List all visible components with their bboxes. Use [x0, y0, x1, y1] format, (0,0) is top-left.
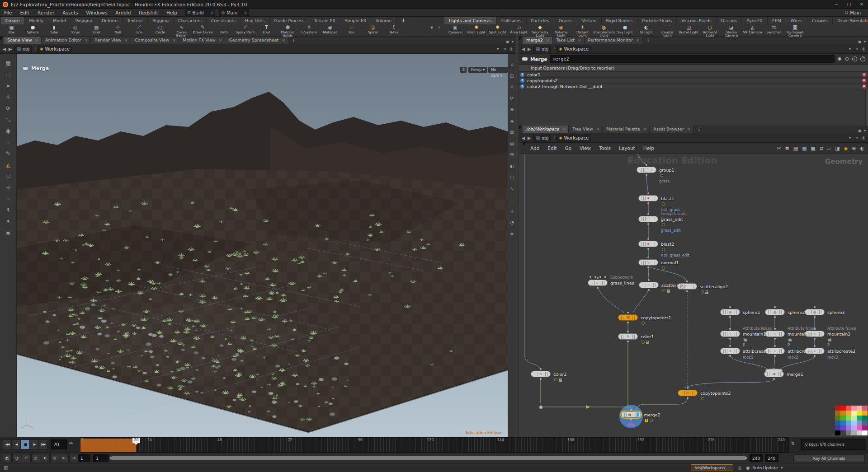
shelf-tool-box[interactable]: ▣Box	[1, 24, 22, 37]
pane-menu-icon[interactable]: ▾	[512, 40, 514, 44]
disp-badge-icon[interactable]	[642, 341, 645, 344]
tab-material-palette[interactable]: Material Palette×	[603, 126, 650, 133]
palette-swatch[interactable]	[846, 421, 851, 425]
range-start-field[interactable]: 1	[78, 454, 90, 462]
new-tab-button[interactable]: +	[693, 126, 704, 133]
new-tab-button[interactable]: +	[288, 37, 299, 44]
grid-snap-on-icon[interactable]: ▦	[802, 145, 807, 151]
network-dot[interactable]	[539, 405, 543, 409]
palette-swatch[interactable]	[851, 406, 857, 411]
shelf-tab-oceans[interactable]: Oceans	[717, 17, 742, 24]
tab-geometry-spreadsheet[interactable]: Geometry Spreadsheet×	[225, 37, 288, 44]
frame-range-slider[interactable]	[111, 456, 746, 460]
menu-windows[interactable]: Windows	[82, 9, 111, 17]
network-menu-edit[interactable]: Edit	[543, 145, 561, 151]
maximize-pane-icon[interactable]: ◼	[506, 40, 509, 44]
shelf-tab-collisions[interactable]: Collisions	[497, 17, 527, 24]
shelf-tool-helix[interactable]: ξHelix	[383, 24, 405, 37]
disp-badge-icon[interactable]	[642, 322, 645, 325]
info-tool-icon[interactable]: ▣	[5, 228, 10, 239]
palette-swatch[interactable]	[851, 430, 857, 435]
shelf-tab-deform[interactable]: Deform	[97, 17, 123, 24]
playback-start-field[interactable]: 1	[93, 454, 108, 462]
scrollbar[interactable]	[865, 89, 868, 126]
shelf-tool-switcher[interactable]: ⇆Switcher	[763, 24, 784, 37]
shelf-tool-sky-light[interactable]: ●Sky Light	[614, 24, 636, 37]
close-tab-icon[interactable]: ×	[596, 126, 600, 133]
close-button[interactable]: ✕	[855, 0, 868, 9]
palette-swatch[interactable]	[846, 425, 851, 430]
shelf-tool-curve-bezier[interactable]: ∿Curve Bezier	[171, 24, 192, 37]
forward-arrow-icon[interactable]: ▶	[528, 136, 531, 140]
close-tab-icon[interactable]: ×	[35, 37, 39, 44]
shelf-tab-vellum[interactable]: Vellum	[577, 17, 601, 24]
menu-file[interactable]: File	[0, 9, 16, 17]
close-tab-icon[interactable]: ×	[219, 37, 222, 44]
breadcrumb-node[interactable]: ◆ Workspace	[557, 135, 592, 141]
disp-badge-icon[interactable]	[701, 290, 704, 294]
close-tab-icon[interactable]: ×	[546, 37, 550, 44]
shelf-tab-drive-simulation[interactable]: Drive Simulation	[833, 17, 868, 24]
palette-swatch[interactable]	[857, 406, 862, 411]
status-history-icon[interactable]: ▥	[4, 465, 8, 471]
palette-swatch[interactable]	[857, 416, 862, 421]
gear-icon[interactable]: ✱	[838, 56, 842, 62]
close-tab-icon[interactable]: ×	[636, 37, 640, 44]
wire-snip-icon[interactable]: ✂	[777, 145, 781, 151]
palette-swatch[interactable]	[846, 406, 851, 411]
network-notes-icon[interactable]: ▱	[827, 145, 831, 151]
tab-tree-view[interactable]: Tree View×	[569, 126, 603, 133]
link-target-icon[interactable]: ◎	[509, 47, 513, 51]
palette-swatch[interactable]	[846, 430, 851, 435]
menu-redshift[interactable]: Redshift	[135, 9, 162, 17]
scene-viewport[interactable]: Merge ⚿ Persp ▾ No cam ▾ Education Editi…	[17, 54, 508, 437]
shelf-tool-l-system[interactable]: ⋔L-System	[298, 24, 320, 37]
tab-asset-browser[interactable]: Asset Browser×	[650, 126, 693, 133]
frame-view-icon[interactable]: ◱	[510, 71, 514, 83]
pane-split-handle[interactable]	[519, 37, 523, 40]
path-dropdown-icon[interactable]: ▾	[849, 136, 851, 140]
shelf-tool-null[interactable]: ✛Null	[107, 24, 128, 37]
delete-input-icon[interactable]: ✕	[862, 73, 866, 77]
shelf-tab-add[interactable]: +	[396, 17, 410, 24]
node-body-blast1[interactable]: ✷	[638, 195, 658, 201]
palette-swatch[interactable]	[862, 425, 868, 430]
shelf-tab-simple-fx[interactable]: Simple FX	[340, 17, 371, 24]
close-tab-icon[interactable]: ×	[562, 126, 566, 133]
shelf-tool-environment-light[interactable]: ◍Environment Light	[593, 24, 614, 37]
rotate-tool-icon[interactable]: ⟳	[6, 103, 10, 115]
node-body-grass_edit[interactable]: ◯	[638, 216, 658, 222]
palette-swatch[interactable]	[851, 411, 857, 416]
shelf-tool-caustic-light[interactable]: ⌒Caustic Light	[657, 24, 678, 37]
pin-pane-icon[interactable]: ⇥	[855, 136, 859, 140]
prev-key-button[interactable]: ⇤	[60, 454, 69, 462]
display-handles-icon[interactable]: ✛	[510, 207, 514, 218]
zoom-view-icon[interactable]: ⊕	[510, 105, 514, 117]
disp-badge-icon[interactable]	[662, 223, 665, 226]
shelf-tool-path[interactable]: ⌒Path	[213, 24, 235, 37]
palette-swatch[interactable]	[840, 411, 846, 416]
palette-swatch[interactable]	[862, 430, 868, 435]
node-body-copytopoints2[interactable]: ⊞	[678, 390, 698, 396]
pan-view-icon[interactable]: ✥	[510, 83, 514, 94]
close-tab-icon[interactable]: ×	[643, 126, 647, 133]
desktop-selector-main[interactable]: ◎ Main ⇅	[219, 9, 249, 16]
palette-swatch[interactable]	[835, 430, 840, 435]
disp-badge-icon[interactable]	[554, 378, 557, 381]
node-body-sphere2[interactable]: ●	[765, 309, 785, 315]
shelf-tool-area-light[interactable]: ▭Area Light	[508, 24, 529, 37]
palette-swatch[interactable]	[857, 430, 862, 435]
shelf-tab-particles[interactable]: Particles	[527, 17, 554, 24]
network-menu-add[interactable]: Add	[526, 145, 543, 151]
shelf-tool-vr-camera[interactable]: ◭VR Camera	[742, 24, 763, 37]
node-body-merge1[interactable]: ⇉	[764, 371, 784, 377]
menu-assets[interactable]: Assets	[58, 9, 82, 17]
range-end-field[interactable]: 240	[765, 454, 778, 462]
forward-arrow-icon[interactable]: ▶	[528, 47, 531, 51]
shelf-tab-rigging[interactable]: Rigging	[148, 17, 174, 24]
node-body-attribcreate1[interactable]: +	[720, 348, 740, 354]
shelf-tool-gi-light[interactable]: ◐GI Light	[636, 24, 657, 37]
palette-swatch[interactable]	[835, 416, 840, 421]
next-key-button[interactable]: ⇥	[69, 454, 78, 462]
shelf-tool-geometry-light[interactable]: ◆Geometry Light	[529, 24, 551, 37]
